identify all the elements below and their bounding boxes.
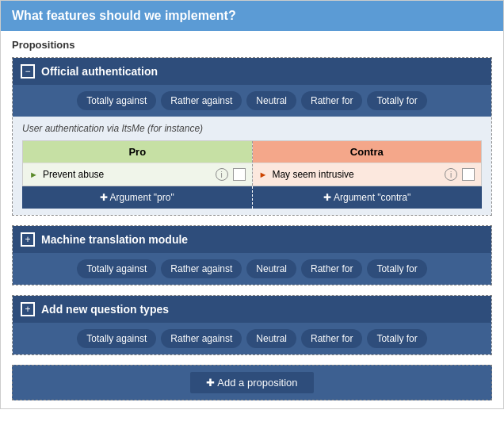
prop-header-3: + Add new question types — [13, 296, 491, 323]
vote-btn-neutral-2[interactable]: Neutral — [246, 259, 296, 278]
vote-btn-rather-against-3[interactable]: Rather against — [161, 329, 242, 348]
contra-arg-row-1: ► May seem intrusive i — [253, 163, 482, 186]
contra-header: Contra — [253, 141, 482, 163]
add-pro-arg-button[interactable]: ✚ Argument "pro" — [22, 186, 253, 209]
vote-btn-totally-against-3[interactable]: Totally against — [77, 329, 156, 348]
prop-title-3: Add new question types — [41, 303, 169, 316]
add-proposition-area: ✚ Add a proposition — [12, 365, 492, 400]
prop-header-1: − Official authentication — [13, 58, 491, 85]
prop-title-2: Machine translation module — [41, 233, 188, 246]
proposition-block-3: + Add new question types Totally against… — [12, 295, 492, 355]
vote-btn-rather-for-3[interactable]: Rather for — [301, 329, 362, 348]
vote-btn-rather-against-2[interactable]: Rather against — [161, 259, 242, 278]
prop-header-2: + Machine translation module — [13, 226, 491, 253]
contra-arg-text-1: May seem intrusive — [272, 169, 440, 180]
pro-arg-row-1: ► Prevent abuse i — [23, 163, 252, 186]
proposition-block-2: + Machine translation module Totally aga… — [12, 225, 492, 285]
contra-arrow-icon: ► — [259, 170, 268, 179]
vote-row-2: Totally against Rather against Neutral R… — [13, 253, 491, 285]
page-content: Propositions − Official authentication T… — [1, 31, 503, 408]
vote-btn-rather-for-2[interactable]: Rather for — [301, 259, 362, 278]
contra-checkbox-1[interactable] — [462, 168, 475, 181]
propositions-label: Propositions — [12, 39, 492, 51]
vote-btn-totally-for-2[interactable]: Totally for — [367, 259, 426, 278]
add-contra-arg-button[interactable]: ✚ Argument "contra" — [253, 186, 483, 209]
vote-btn-totally-for-1[interactable]: Totally for — [367, 91, 426, 110]
prop-description-1: User authentication via ItsMe (for insta… — [22, 123, 482, 134]
vote-row-1: Totally against Rather against Neutral R… — [13, 85, 491, 117]
proposition-block-1: − Official authentication Totally agains… — [12, 57, 492, 216]
pro-arg-text-1: Prevent abuse — [43, 169, 211, 180]
pro-header: Pro — [23, 141, 252, 163]
vote-btn-totally-against-1[interactable]: Totally against — [77, 91, 156, 110]
expand-icon-2[interactable]: + — [21, 232, 35, 247]
pro-arrow-icon: ► — [29, 170, 38, 179]
contra-column: Contra ► May seem intrusive i — [253, 141, 482, 186]
prop-title-1: Official authentication — [41, 65, 158, 78]
prop-sub-1: User authentication via ItsMe (for insta… — [13, 117, 491, 215]
vote-row-3: Totally against Rather against Neutral R… — [13, 323, 491, 354]
pro-checkbox-1[interactable] — [233, 168, 246, 181]
expand-icon-3[interactable]: + — [21, 302, 35, 316]
vote-btn-neutral-3[interactable]: Neutral — [246, 329, 296, 348]
vote-btn-rather-for-1[interactable]: Rather for — [301, 91, 362, 110]
pro-contra-table: Pro ► Prevent abuse i Contra ► May seem … — [22, 140, 482, 186]
collapse-icon-1[interactable]: − — [21, 64, 35, 79]
page-wrapper: What features should we implement? Propo… — [0, 0, 504, 409]
vote-btn-totally-for-3[interactable]: Totally for — [367, 329, 426, 348]
page-title: What features should we implement? — [12, 9, 492, 23]
pro-column: Pro ► Prevent abuse i — [23, 141, 253, 186]
pro-info-icon[interactable]: i — [216, 168, 228, 181]
vote-btn-totally-against-2[interactable]: Totally against — [77, 259, 156, 278]
vote-btn-neutral-1[interactable]: Neutral — [246, 91, 296, 110]
contra-info-icon[interactable]: i — [445, 168, 457, 181]
vote-btn-rather-against-1[interactable]: Rather against — [161, 91, 242, 110]
add-proposition-button[interactable]: ✚ Add a proposition — [190, 372, 313, 393]
page-header: What features should we implement? — [1, 1, 503, 31]
add-arg-row: ✚ Argument "pro" ✚ Argument "contra" — [22, 186, 482, 209]
